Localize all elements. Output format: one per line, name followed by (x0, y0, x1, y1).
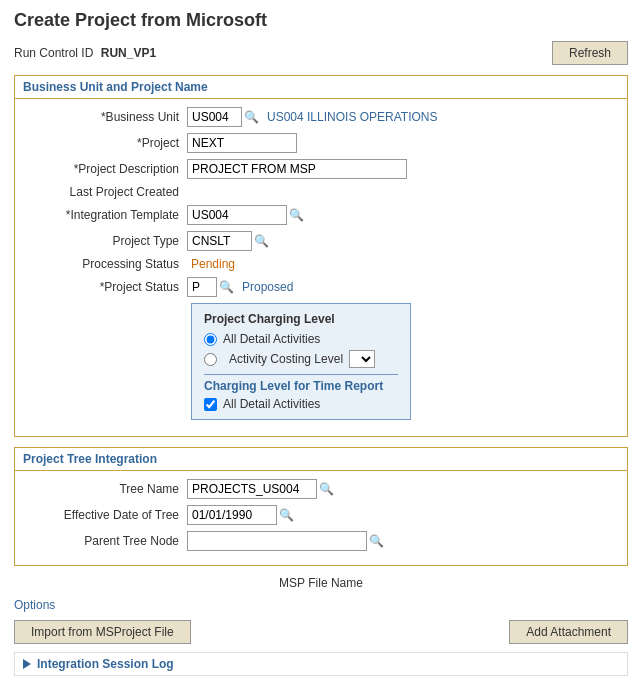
tree-name-row: Tree Name 🔍 (27, 479, 615, 499)
charging-level-popup: Project Charging Level All Detail Activi… (191, 303, 411, 420)
processing-status-label: Processing Status (27, 257, 187, 271)
options-link[interactable]: Options (14, 598, 628, 612)
project-tree-section-content: Tree Name 🔍 Effective Date of Tree 🔍 Par… (15, 471, 627, 565)
project-status-desc: Proposed (242, 280, 293, 294)
integration-template-input[interactable] (187, 205, 287, 225)
business-unit-section-header: Business Unit and Project Name (15, 76, 627, 99)
processing-status-value: Pending (191, 257, 235, 271)
integration-template-row: *Integration Template 🔍 (27, 205, 615, 225)
project-desc-input[interactable] (187, 159, 407, 179)
project-status-label: *Project Status (27, 280, 187, 294)
activity-costing-select[interactable] (349, 350, 375, 368)
activity-costing-radio-label: Activity Costing Level (229, 352, 343, 366)
charging-level-report-title: Charging Level for Time Report (204, 374, 398, 393)
charging-level-popup-title: Project Charging Level (204, 312, 398, 326)
project-type-lookup-icon[interactable]: 🔍 (254, 234, 269, 248)
business-unit-desc: US004 ILLINOIS OPERATIONS (267, 110, 438, 124)
all-detail-radio-label: All Detail Activities (223, 332, 320, 346)
project-desc-row: *Project Description (27, 159, 615, 179)
project-type-input[interactable] (187, 231, 252, 251)
tree-name-input[interactable] (187, 479, 317, 499)
effective-date-row: Effective Date of Tree 🔍 (27, 505, 615, 525)
all-detail-radio-row: All Detail Activities (204, 332, 398, 346)
processing-status-row: Processing Status Pending (27, 257, 615, 271)
activity-costing-radio-row: Activity Costing Level (204, 350, 398, 368)
add-attachment-button[interactable]: Add Attachment (509, 620, 628, 644)
integration-template-label: *Integration Template (27, 208, 187, 222)
project-row: *Project (27, 133, 615, 153)
effective-date-label: Effective Date of Tree (27, 508, 187, 522)
triangle-icon (23, 659, 31, 669)
last-project-label: Last Project Created (27, 185, 187, 199)
business-unit-lookup-icon[interactable]: 🔍 (244, 110, 259, 124)
integration-session-label: Integration Session Log (37, 657, 174, 671)
tree-name-lookup-icon[interactable]: 🔍 (319, 482, 334, 496)
integration-session-row[interactable]: Integration Session Log (14, 652, 628, 676)
run-control-value: RUN_VP1 (101, 46, 156, 60)
activity-costing-radio[interactable] (204, 353, 217, 366)
run-control-label-area: Run Control ID RUN_VP1 (14, 46, 156, 60)
parent-tree-lookup-icon[interactable]: 🔍 (369, 534, 384, 548)
all-detail-checkbox-label: All Detail Activities (223, 397, 320, 411)
business-unit-section: Business Unit and Project Name *Business… (14, 75, 628, 437)
project-label: *Project (27, 136, 187, 150)
bottom-buttons: Import from MSProject File Add Attachmen… (14, 620, 628, 644)
parent-tree-row: Parent Tree Node 🔍 (27, 531, 615, 551)
all-detail-checkbox-row: All Detail Activities (204, 397, 398, 411)
refresh-button[interactable]: Refresh (552, 41, 628, 65)
tree-name-label: Tree Name (27, 482, 187, 496)
project-desc-label: *Project Description (27, 162, 187, 176)
business-unit-input[interactable] (187, 107, 242, 127)
page-container: Create Project from Microsoft Run Contro… (0, 0, 642, 695)
effective-date-input[interactable] (187, 505, 277, 525)
parent-tree-input[interactable] (187, 531, 367, 551)
project-status-input[interactable] (187, 277, 217, 297)
parent-tree-label: Parent Tree Node (27, 534, 187, 548)
page-title: Create Project from Microsoft (14, 10, 628, 31)
msp-file-row: MSP File Name (14, 576, 628, 590)
business-unit-label: *Business Unit (27, 110, 187, 124)
project-input[interactable] (187, 133, 297, 153)
import-button[interactable]: Import from MSProject File (14, 620, 191, 644)
project-status-lookup-icon[interactable]: 🔍 (219, 280, 234, 294)
project-type-label: Project Type (27, 234, 187, 248)
business-unit-row: *Business Unit 🔍 US004 ILLINOIS OPERATIO… (27, 107, 615, 127)
run-control-row: Run Control ID RUN_VP1 Refresh (14, 41, 628, 65)
project-tree-section: Project Tree Integration Tree Name 🔍 Eff… (14, 447, 628, 566)
project-tree-section-header: Project Tree Integration (15, 448, 627, 471)
last-project-row: Last Project Created (27, 185, 615, 199)
project-status-row: *Project Status 🔍 Proposed (27, 277, 615, 297)
project-type-row: Project Type 🔍 (27, 231, 615, 251)
run-control-label: Run Control ID (14, 46, 93, 60)
msp-file-label: MSP File Name (279, 576, 363, 590)
integration-template-lookup-icon[interactable]: 🔍 (289, 208, 304, 222)
effective-date-lookup-icon[interactable]: 🔍 (279, 508, 294, 522)
business-unit-section-content: *Business Unit 🔍 US004 ILLINOIS OPERATIO… (15, 99, 627, 436)
all-detail-radio[interactable] (204, 333, 217, 346)
all-detail-checkbox[interactable] (204, 398, 217, 411)
